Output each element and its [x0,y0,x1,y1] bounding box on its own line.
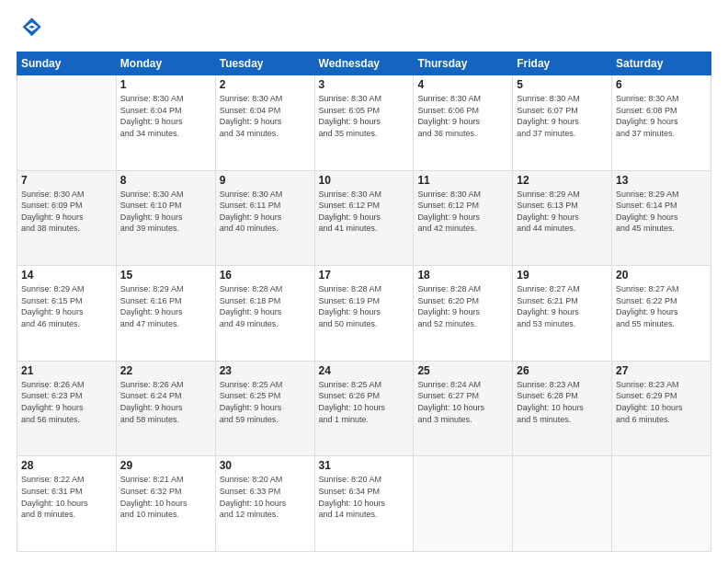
day-number: 6 [616,78,707,91]
calendar-cell: 2Sunrise: 8:30 AMSunset: 6:04 PMDaylight… [215,75,314,171]
day-info: Sunrise: 8:30 AMSunset: 6:07 PMDaylight:… [517,93,608,139]
calendar-cell: 27Sunrise: 8:23 AMSunset: 6:29 PMDayligh… [612,361,711,456]
day-of-week-header: Saturday [612,52,711,75]
days-of-week-row: SundayMondayTuesdayWednesdayThursdayFrid… [17,52,711,75]
calendar-cell: 13Sunrise: 8:29 AMSunset: 6:14 PMDayligh… [612,170,711,266]
calendar-cell: 20Sunrise: 8:27 AMSunset: 6:22 PMDayligh… [612,266,711,362]
calendar-cell: 11Sunrise: 8:30 AMSunset: 6:12 PMDayligh… [414,170,513,266]
day-number: 1 [120,78,211,91]
day-number: 30 [220,459,311,472]
day-number: 26 [517,364,608,377]
day-info: Sunrise: 8:29 AMSunset: 6:16 PMDaylight:… [120,283,211,329]
header [17,15,711,42]
day-number: 9 [220,174,311,187]
day-info: Sunrise: 8:27 AMSunset: 6:22 PMDaylight:… [616,283,707,329]
day-info: Sunrise: 8:29 AMSunset: 6:14 PMDaylight:… [616,189,707,235]
calendar-cell: 4Sunrise: 8:30 AMSunset: 6:06 PMDaylight… [414,75,513,171]
day-number: 10 [319,174,410,187]
day-number: 22 [120,364,211,377]
day-number: 29 [120,459,211,472]
day-info: Sunrise: 8:21 AMSunset: 6:32 PMDaylight:… [120,474,211,520]
page: SundayMondayTuesdayWednesdayThursdayFrid… [0,0,728,563]
day-of-week-header: Thursday [414,52,513,75]
day-info: Sunrise: 8:29 AMSunset: 6:13 PMDaylight:… [517,189,608,235]
day-info: Sunrise: 8:30 AMSunset: 6:04 PMDaylight:… [120,93,211,139]
day-number: 3 [319,78,410,91]
logo [17,15,48,42]
calendar-cell: 3Sunrise: 8:30 AMSunset: 6:05 PMDaylight… [314,75,414,171]
day-number: 4 [417,78,508,91]
calendar-cell: 9Sunrise: 8:30 AMSunset: 6:11 PMDaylight… [215,170,314,266]
day-number: 31 [319,459,410,472]
calendar-cell: 7Sunrise: 8:30 AMSunset: 6:09 PMDaylight… [17,170,117,266]
calendar-cell: 16Sunrise: 8:28 AMSunset: 6:18 PMDayligh… [215,266,314,362]
day-info: Sunrise: 8:29 AMSunset: 6:15 PMDaylight:… [21,283,112,329]
calendar-week-row: 1Sunrise: 8:30 AMSunset: 6:04 PMDaylight… [17,75,711,171]
day-info: Sunrise: 8:30 AMSunset: 6:11 PMDaylight:… [220,189,311,235]
calendar-cell: 14Sunrise: 8:29 AMSunset: 6:15 PMDayligh… [17,266,117,362]
day-number: 27 [616,364,707,377]
calendar-week-row: 7Sunrise: 8:30 AMSunset: 6:09 PMDaylight… [17,170,711,266]
day-number: 20 [616,269,707,282]
calendar-week-row: 28Sunrise: 8:22 AMSunset: 6:31 PMDayligh… [17,456,711,552]
calendar-cell: 17Sunrise: 8:28 AMSunset: 6:19 PMDayligh… [314,266,414,362]
day-number: 21 [21,364,112,377]
day-number: 12 [517,174,608,187]
day-number: 2 [220,78,311,91]
day-info: Sunrise: 8:30 AMSunset: 6:12 PMDaylight:… [417,189,508,235]
calendar-cell: 24Sunrise: 8:25 AMSunset: 6:26 PMDayligh… [314,361,414,456]
day-info: Sunrise: 8:30 AMSunset: 6:04 PMDaylight:… [220,93,311,139]
day-number: 28 [21,459,112,472]
day-of-week-header: Wednesday [314,52,414,75]
day-info: Sunrise: 8:20 AMSunset: 6:34 PMDaylight:… [319,474,410,520]
day-number: 16 [220,269,311,282]
day-info: Sunrise: 8:25 AMSunset: 6:25 PMDaylight:… [220,379,311,425]
calendar-cell: 6Sunrise: 8:30 AMSunset: 6:08 PMDaylight… [612,75,711,171]
day-number: 7 [21,174,112,187]
day-number: 24 [319,364,410,377]
calendar-cell: 26Sunrise: 8:23 AMSunset: 6:28 PMDayligh… [513,361,612,456]
day-of-week-header: Friday [513,52,612,75]
calendar-cell: 5Sunrise: 8:30 AMSunset: 6:07 PMDaylight… [513,75,612,171]
day-info: Sunrise: 8:30 AMSunset: 6:08 PMDaylight:… [616,93,707,139]
day-number: 14 [21,269,112,282]
day-number: 18 [417,269,508,282]
calendar-cell: 21Sunrise: 8:26 AMSunset: 6:23 PMDayligh… [17,361,117,456]
day-info: Sunrise: 8:26 AMSunset: 6:24 PMDaylight:… [120,379,211,425]
day-info: Sunrise: 8:30 AMSunset: 6:12 PMDaylight:… [319,189,410,235]
calendar-week-row: 14Sunrise: 8:29 AMSunset: 6:15 PMDayligh… [17,266,711,362]
day-of-week-header: Tuesday [215,52,314,75]
day-of-week-header: Sunday [17,52,117,75]
calendar-cell: 10Sunrise: 8:30 AMSunset: 6:12 PMDayligh… [314,170,414,266]
calendar-cell: 29Sunrise: 8:21 AMSunset: 6:32 PMDayligh… [116,456,215,552]
day-info: Sunrise: 8:27 AMSunset: 6:21 PMDaylight:… [517,283,608,329]
logo-icon [17,15,44,42]
day-info: Sunrise: 8:28 AMSunset: 6:20 PMDaylight:… [417,283,508,329]
calendar-cell: 1Sunrise: 8:30 AMSunset: 6:04 PMDaylight… [116,75,215,171]
calendar-cell [17,75,117,171]
day-info: Sunrise: 8:30 AMSunset: 6:05 PMDaylight:… [319,93,410,139]
calendar-cell: 23Sunrise: 8:25 AMSunset: 6:25 PMDayligh… [215,361,314,456]
day-info: Sunrise: 8:20 AMSunset: 6:33 PMDaylight:… [220,474,311,520]
day-number: 13 [616,174,707,187]
calendar-cell: 8Sunrise: 8:30 AMSunset: 6:10 PMDaylight… [116,170,215,266]
calendar-table: SundayMondayTuesdayWednesdayThursdayFrid… [17,52,711,552]
day-info: Sunrise: 8:24 AMSunset: 6:27 PMDaylight:… [417,379,508,425]
day-number: 23 [220,364,311,377]
day-info: Sunrise: 8:23 AMSunset: 6:29 PMDaylight:… [616,379,707,425]
calendar-cell: 31Sunrise: 8:20 AMSunset: 6:34 PMDayligh… [314,456,414,552]
day-info: Sunrise: 8:22 AMSunset: 6:31 PMDaylight:… [21,474,112,520]
calendar-body: 1Sunrise: 8:30 AMSunset: 6:04 PMDaylight… [17,75,711,552]
day-info: Sunrise: 8:28 AMSunset: 6:18 PMDaylight:… [220,283,311,329]
calendar-cell [513,456,612,552]
day-info: Sunrise: 8:26 AMSunset: 6:23 PMDaylight:… [21,379,112,425]
calendar-cell: 22Sunrise: 8:26 AMSunset: 6:24 PMDayligh… [116,361,215,456]
day-number: 15 [120,269,211,282]
day-number: 19 [517,269,608,282]
day-info: Sunrise: 8:28 AMSunset: 6:19 PMDaylight:… [319,283,410,329]
calendar-cell: 18Sunrise: 8:28 AMSunset: 6:20 PMDayligh… [414,266,513,362]
calendar-cell: 15Sunrise: 8:29 AMSunset: 6:16 PMDayligh… [116,266,215,362]
calendar-cell: 19Sunrise: 8:27 AMSunset: 6:21 PMDayligh… [513,266,612,362]
day-number: 11 [417,174,508,187]
day-info: Sunrise: 8:30 AMSunset: 6:09 PMDaylight:… [21,189,112,235]
